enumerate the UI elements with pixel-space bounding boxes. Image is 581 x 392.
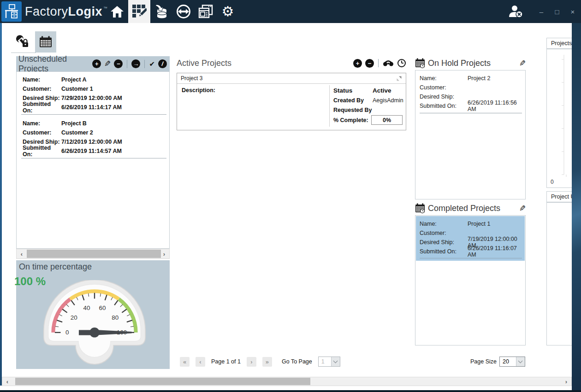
tab-setup[interactable] bbox=[12, 31, 33, 53]
find-binoculars-icon[interactable] bbox=[383, 60, 394, 66]
scroll-left-arrow[interactable]: ‹ bbox=[2, 377, 12, 386]
entry-separator bbox=[420, 258, 522, 258]
next-page-button[interactable]: › bbox=[247, 357, 256, 367]
history-clock-icon[interactable] bbox=[397, 59, 406, 68]
on-time-gauge: 0 20 40 60 80 100 bbox=[36, 280, 154, 368]
nav-reports-button[interactable] bbox=[195, 0, 217, 23]
calendar-icon bbox=[39, 36, 52, 48]
close-button[interactable]: × bbox=[568, 8, 577, 16]
svg-text:20: 20 bbox=[71, 314, 77, 321]
remove-active-button[interactable]: − bbox=[365, 59, 374, 68]
minimize-button[interactable]: – bbox=[537, 8, 546, 16]
project-desired-ship: 7/12/2019 12:00:00 AM bbox=[61, 139, 122, 145]
field-label: Desired Ship: bbox=[23, 95, 61, 101]
goto-page-combo[interactable]: 1 bbox=[318, 357, 340, 367]
active-project-card[interactable]: Project 3 Description: Status Active Cre… bbox=[177, 73, 406, 130]
percent-complete-value: 0% bbox=[371, 115, 403, 125]
on-hold-project-item[interactable]: Name:Project 2 Customer: Desired Ship: S… bbox=[420, 74, 523, 111]
svg-text:80: 80 bbox=[112, 314, 119, 321]
scrollbar-thumb[interactable] bbox=[27, 250, 161, 258]
status-value: Active bbox=[373, 87, 391, 94]
tab-strip-divider bbox=[11, 53, 36, 53]
calendar-clock-icon bbox=[415, 58, 425, 68]
title-bar: FactoryLogix™ bbox=[0, 0, 581, 23]
completed-project-item[interactable]: Name:Project 1 Customer: Desired Ship:7/… bbox=[420, 219, 523, 256]
unscheduled-project-item[interactable]: Name:Project B Customer:Customer 2 Desir… bbox=[23, 119, 166, 156]
edit-project-button[interactable]: ✎ bbox=[104, 59, 111, 68]
nav-planning-button[interactable] bbox=[128, 0, 150, 23]
field-label: Desired Ship: bbox=[420, 239, 468, 246]
field-label: Desired Ship: bbox=[420, 94, 468, 100]
goto-page-dropdown-button[interactable] bbox=[331, 357, 340, 366]
percent-complete-label: % Complete: bbox=[333, 117, 368, 123]
nav-materials-button[interactable] bbox=[150, 0, 172, 23]
status-label: Status bbox=[333, 87, 352, 94]
expand-card-icon[interactable] bbox=[396, 76, 402, 82]
main-hscrollbar[interactable]: ‹ › bbox=[2, 377, 572, 386]
goto-page-label: Go To Page bbox=[282, 358, 312, 365]
scroll-right-arrow[interactable]: › bbox=[159, 249, 169, 258]
project-name: Project 1 bbox=[468, 221, 490, 227]
project-desired-ship: 7/29/2019 12:00:00 AM bbox=[61, 95, 122, 101]
active-toolbar: + − bbox=[353, 59, 406, 68]
window-frame-edge bbox=[0, 390, 581, 392]
unscheduled-hscrollbar[interactable]: ‹ › bbox=[16, 249, 170, 259]
project-customer: Customer 1 bbox=[61, 86, 93, 92]
first-page-button[interactable]: « bbox=[180, 357, 190, 367]
advance-project-button[interactable]: → bbox=[131, 59, 140, 68]
chevron-down-icon bbox=[333, 359, 338, 363]
axis-zero-label: 0 bbox=[551, 179, 554, 185]
page-indicator: Page 1 of 1 bbox=[211, 358, 241, 365]
active-projects-title: Active Projects bbox=[177, 59, 231, 68]
toolbar-divider bbox=[378, 59, 379, 67]
on-hold-list: Name:Project 2 Customer: Desired Ship: S… bbox=[415, 70, 526, 199]
last-page-button[interactable]: » bbox=[262, 357, 272, 367]
field-label: Customer: bbox=[420, 84, 468, 91]
toolbar-divider bbox=[127, 60, 127, 68]
app-logo bbox=[1, 1, 22, 22]
field-label: Customer: bbox=[23, 129, 61, 136]
project-customer: Customer 2 bbox=[61, 129, 93, 136]
cancel-button[interactable]: / bbox=[157, 59, 167, 69]
project-name: Project 2 bbox=[468, 75, 490, 82]
svg-text:60: 60 bbox=[99, 304, 106, 311]
chevron-down-icon bbox=[518, 359, 523, 363]
maximize-button[interactable]: □ bbox=[552, 8, 562, 16]
page-size-dropdown-button[interactable] bbox=[516, 357, 525, 366]
project-submitted-on: 6/26/2019 11:14:57 AM bbox=[61, 148, 122, 154]
page-size-combo[interactable]: 20 bbox=[499, 357, 525, 367]
goto-page-value: 1 bbox=[319, 357, 331, 366]
field-label: Submitted On: bbox=[420, 248, 468, 255]
field-label: Submitted On: bbox=[420, 103, 468, 109]
nav-transfer-button[interactable] bbox=[172, 0, 195, 23]
unscheduled-project-item[interactable]: Name:Project A Customer:Customer 1 Desir… bbox=[23, 75, 166, 112]
desk-computer-icon bbox=[4, 4, 19, 19]
remove-project-button[interactable]: − bbox=[114, 59, 123, 68]
scroll-right-arrow[interactable]: › bbox=[561, 377, 571, 386]
active-projects-header: Active Projects + − bbox=[177, 57, 406, 69]
completed-header: Completed Projects ✎ bbox=[415, 202, 526, 214]
created-by-label: Created By bbox=[333, 97, 364, 104]
svg-text:0: 0 bbox=[65, 329, 69, 336]
project-submitted-on: 6/26/2019 11:16:56 AM bbox=[468, 99, 523, 112]
brand-factory: Factory bbox=[25, 5, 68, 19]
active-card-title: Project 3 bbox=[181, 75, 202, 82]
field-label: Customer: bbox=[23, 86, 61, 92]
accept-button[interactable]: ✔ bbox=[149, 59, 155, 68]
reports-windows-icon bbox=[198, 5, 213, 18]
logout-user-icon[interactable] bbox=[508, 5, 524, 18]
add-project-button[interactable]: + bbox=[92, 59, 101, 68]
scrollbar-thumb[interactable] bbox=[15, 378, 310, 385]
toolbar-divider bbox=[144, 60, 145, 68]
add-active-button[interactable]: + bbox=[353, 59, 362, 68]
nav-settings-button[interactable]: ⚙ bbox=[217, 0, 239, 23]
previous-page-button[interactable]: ‹ bbox=[196, 357, 205, 367]
scroll-left-arrow[interactable]: ‹ bbox=[17, 249, 27, 258]
edit-completed-button[interactable]: ✎ bbox=[519, 204, 526, 213]
card-divider bbox=[329, 85, 330, 127]
nav-home-button[interactable] bbox=[106, 0, 128, 23]
tab-schedule[interactable] bbox=[35, 31, 56, 53]
grid-pencil-icon bbox=[132, 4, 147, 19]
field-label: Submitted On: bbox=[23, 145, 61, 158]
edit-on-hold-button[interactable]: ✎ bbox=[519, 59, 526, 68]
